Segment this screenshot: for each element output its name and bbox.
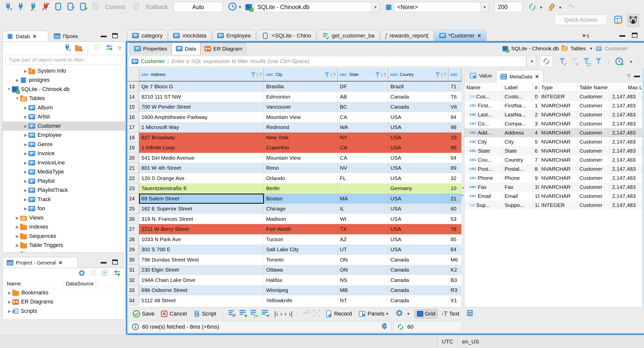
cell-city[interactable]: Orlando bbox=[264, 173, 338, 184]
editor-tab-category[interactable]: category bbox=[127, 30, 167, 41]
open-sql-script-icon[interactable] bbox=[66, 2, 75, 12]
save-filter-icon[interactable]: ▢ bbox=[582, 58, 591, 66]
row-number[interactable]: 26 bbox=[127, 214, 139, 224]
record-mode-button[interactable]: i Record bbox=[323, 309, 354, 319]
close-icon[interactable]: ✕ bbox=[477, 33, 481, 39]
cell-postal[interactable]: T6 bbox=[448, 92, 461, 102]
cell-country[interactable]: USA bbox=[388, 244, 448, 255]
view-menu-caret[interactable]: ▽ bbox=[118, 46, 122, 51]
table-row[interactable]: 2469 Salem StreetBostonMAUSA21 bbox=[127, 194, 462, 204]
cell-country[interactable]: USA bbox=[388, 224, 448, 234]
apply-filter-icon[interactable]: ✓ bbox=[558, 58, 567, 66]
cell-address[interactable]: 1 Microsoft Way bbox=[139, 122, 264, 133]
row-number[interactable]: 34 bbox=[127, 295, 139, 306]
tree-item-album[interactable]: ▶Album bbox=[3, 103, 125, 112]
hint-icon[interactable]: ? bbox=[444, 72, 447, 78]
cell-city[interactable]: Tucson bbox=[264, 234, 338, 245]
calc-panel-icon[interactable] bbox=[466, 309, 474, 319]
close-icon[interactable]: ✕ bbox=[58, 260, 63, 266]
refresh-results-button[interactable] bbox=[540, 56, 553, 67]
cell-postal[interactable]: 84 bbox=[448, 244, 461, 255]
tab-data[interactable]: Data bbox=[172, 43, 200, 54]
editor-tab-rewards-report-[interactable]: frewards_report( bbox=[380, 30, 433, 41]
expander-icon[interactable]: ▶ bbox=[23, 124, 28, 128]
cell-state[interactable]: CA bbox=[338, 153, 388, 163]
cell-postal[interactable]: 95 bbox=[448, 143, 461, 153]
table-row[interactable]: 25162 E Superior StreetChicagoILUSA60 bbox=[127, 204, 462, 214]
cell-country[interactable]: Canada bbox=[388, 285, 448, 295]
project-item-er-diagrams[interactable]: ▶ER Diagrams bbox=[3, 297, 125, 307]
meta-cell-name[interactable]: ABCFirst... bbox=[464, 101, 503, 110]
expander-icon[interactable]: ▶ bbox=[23, 188, 28, 193]
tab-properties[interactable]: Properties bbox=[130, 43, 172, 54]
meta-column-header-table-name[interactable]: Table Name bbox=[577, 83, 610, 92]
table-row[interactable]: 32194A Chain Lake DriveHalifaxNSCanadaB3 bbox=[127, 275, 462, 285]
cell-postal[interactable]: 60 bbox=[448, 204, 461, 214]
filter-column-icon[interactable] bbox=[251, 72, 256, 77]
expander-icon[interactable]: ▶ bbox=[7, 299, 12, 304]
cell-state[interactable]: FL bbox=[338, 173, 388, 184]
commit-mode-combo[interactable]: Auto bbox=[174, 2, 223, 12]
cell-postal[interactable]: 94 bbox=[448, 112, 461, 122]
row-number[interactable]: 17 bbox=[127, 122, 139, 133]
first-row-button[interactable]: |‹ bbox=[274, 311, 278, 317]
tree-item-artist[interactable]: ▶Artist bbox=[3, 112, 125, 122]
breadcrumb-tables[interactable]: Tables bbox=[571, 46, 586, 52]
text-view-button[interactable]: ‹T Text bbox=[440, 309, 461, 319]
cell-state[interactable]: ON bbox=[338, 255, 388, 265]
metadata-row[interactable]: ABCCo...Compa...3NVARCHARCustomer2,147,4… bbox=[464, 119, 644, 128]
tree-item-playlisttrack[interactable]: ▶PlaylistTrack bbox=[3, 186, 125, 195]
cell-country[interactable]: Brazil bbox=[388, 81, 448, 92]
table-row[interactable]: 191 Infinite LoopCupertinoCAUSA95 bbox=[127, 143, 462, 153]
cell-country[interactable]: USA bbox=[388, 204, 448, 214]
metadata-row[interactable]: ABCFirst...FirstNa...1NVARCHARCustomer2,… bbox=[464, 101, 644, 110]
last-row-button[interactable]: ›| bbox=[289, 311, 293, 317]
tree-item-sequences[interactable]: ▶Sequences bbox=[3, 232, 125, 241]
cell-postal[interactable]: R3 bbox=[448, 285, 461, 295]
close-icon[interactable]: ✕ bbox=[32, 33, 37, 39]
table-row[interactable]: 31230 Elgin StreetOttawaONCanadaK2 bbox=[127, 265, 462, 275]
cell-city[interactable]: Yellowknife bbox=[264, 295, 338, 306]
meta-cell-name[interactable]: ABCCou... bbox=[464, 155, 503, 164]
cell-state[interactable]: MA bbox=[338, 194, 388, 204]
cell-city[interactable]: Mountain View bbox=[264, 153, 338, 163]
row-number[interactable]: 25 bbox=[127, 204, 139, 214]
meta-column-header-label[interactable]: Label bbox=[503, 83, 533, 92]
quick-access-input[interactable]: Quick Access bbox=[555, 15, 607, 25]
cell-address[interactable]: 8210 111 ST NW bbox=[139, 92, 264, 102]
cell-postal[interactable]: 10 bbox=[448, 133, 461, 143]
auto-refresh-icon[interactable] bbox=[615, 56, 625, 67]
row-number[interactable]: 21 bbox=[127, 163, 139, 173]
hint-icon[interactable]: ? bbox=[383, 72, 386, 78]
hint-icon[interactable]: ? bbox=[333, 72, 336, 78]
cell-address[interactable]: 302 S 700 E bbox=[139, 244, 264, 255]
expander-icon[interactable]: ▶ bbox=[15, 234, 20, 239]
tab-project-general[interactable]: Project - General ✕ bbox=[3, 257, 78, 268]
tab-database-navigator[interactable]: Datab ✕ bbox=[3, 31, 48, 42]
meta-cell-name[interactable]: 123Cus... bbox=[464, 92, 503, 101]
cell-postal[interactable]: 53 bbox=[448, 214, 461, 224]
cell-state[interactable]: NT bbox=[338, 295, 388, 306]
cell-address[interactable]: 5112 48 Street bbox=[139, 295, 264, 306]
cell-state[interactable]: CA bbox=[338, 112, 388, 122]
tab-projects[interactable]: Проек bbox=[50, 31, 93, 42]
table-row[interactable]: 18627 BroadwayNew YorkNYUSA10 bbox=[127, 133, 462, 143]
meta-column-header-name[interactable]: Name bbox=[464, 83, 503, 92]
cell-city[interactable]: Reno bbox=[264, 163, 338, 173]
row-number[interactable]: 24 bbox=[127, 194, 139, 204]
cell-city[interactable]: Berlin bbox=[264, 183, 338, 194]
filter-column-icon[interactable] bbox=[435, 72, 440, 77]
row-number[interactable]: 22 bbox=[127, 173, 139, 184]
cell-address[interactable]: 230 Elgin Street bbox=[139, 265, 264, 275]
expander-icon[interactable]: ▶ bbox=[23, 151, 28, 156]
cell-state[interactable]: WA bbox=[338, 122, 388, 133]
expander-icon[interactable]: ▶ bbox=[23, 179, 28, 184]
database-select-combo[interactable]: SQLite - Chinook.db ▼ bbox=[254, 2, 380, 12]
editor-tab-mockdata[interactable]: mockdata bbox=[168, 30, 211, 41]
cell-country[interactable]: Canada bbox=[388, 275, 448, 285]
row-number[interactable]: 16 bbox=[127, 112, 139, 122]
cell-city[interactable]: Edmonton bbox=[264, 92, 338, 102]
expander-icon[interactable]: ▶ bbox=[7, 290, 12, 295]
cell-postal[interactable]: 85 bbox=[448, 234, 461, 245]
expander-icon[interactable]: ▶ bbox=[23, 142, 28, 147]
